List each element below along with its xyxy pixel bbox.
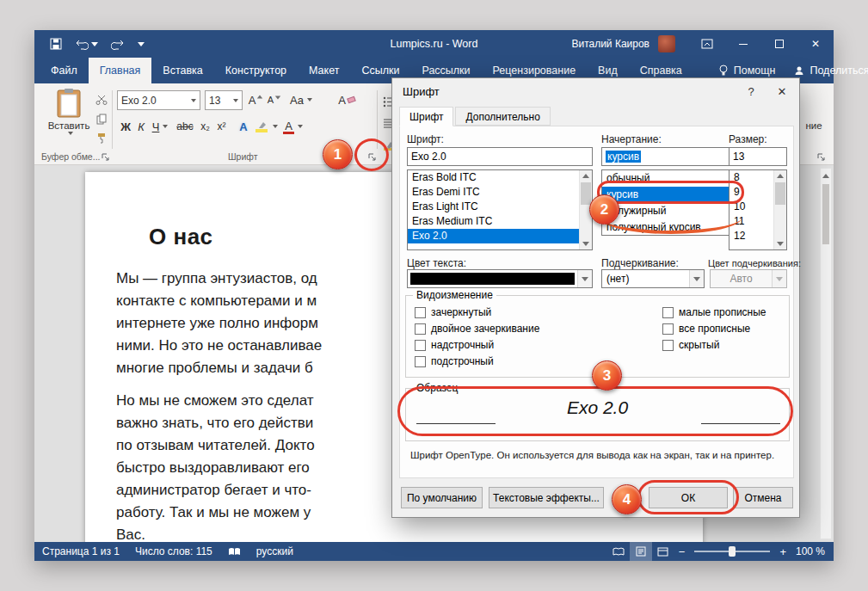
highlight-button[interactable] bbox=[255, 117, 278, 136]
dialog-close-button[interactable]: ✕ bbox=[766, 78, 797, 104]
document-scrollbar[interactable] bbox=[820, 168, 832, 539]
format-painter-button[interactable] bbox=[93, 128, 110, 147]
user-avatar[interactable] bbox=[658, 35, 675, 52]
font-list-item[interactable]: Eras Medium ITC bbox=[408, 214, 592, 229]
zoom-slider-thumb[interactable] bbox=[729, 546, 736, 557]
underline-style-dropdown[interactable]: (нет) bbox=[601, 269, 705, 288]
checkbox-superscript[interactable]: надстрочный bbox=[415, 339, 494, 351]
tab-layout[interactable]: Макет bbox=[298, 58, 350, 83]
font-size-combo[interactable]: 13 bbox=[205, 90, 243, 110]
qat-customize-icon[interactable] bbox=[138, 42, 145, 46]
ok-button[interactable]: ОК bbox=[649, 487, 728, 508]
font-list-item[interactable]: Eras Light ITC bbox=[408, 200, 592, 214]
underline-color-label: Цвет подчеркивания: bbox=[708, 258, 801, 268]
scissors-icon bbox=[95, 95, 108, 105]
copy-button[interactable] bbox=[93, 109, 110, 128]
dialog-tab-font[interactable]: Шрифт bbox=[399, 107, 453, 126]
superscript-button[interactable]: x² bbox=[214, 117, 229, 136]
font-color-dropdown[interactable] bbox=[407, 269, 593, 288]
dialog-tabs: Шрифт Дополнительно bbox=[399, 107, 552, 126]
clipboard-dialog-launcher[interactable] bbox=[100, 151, 110, 162]
style-input[interactable]: курсив bbox=[601, 147, 739, 166]
right-dialog-launcher[interactable] bbox=[816, 151, 826, 162]
style-list-item-selected[interactable]: курсив bbox=[602, 187, 738, 203]
text-effects-button[interactable]: А bbox=[236, 117, 251, 136]
font-list: Eras Bold ITC Eras Demi ITC Eras Light I… bbox=[407, 169, 593, 250]
redo-button[interactable] bbox=[111, 39, 125, 50]
size-input[interactable]: 13 bbox=[729, 147, 787, 166]
word-count[interactable]: Число слов: 115 bbox=[127, 542, 220, 561]
size-list: 8 9 10 11 12 bbox=[729, 169, 787, 250]
undo-button[interactable] bbox=[75, 39, 98, 50]
tab-design[interactable]: Конструктор bbox=[214, 58, 298, 83]
checkbox-icon bbox=[415, 340, 426, 351]
effects-legend: Видоизменение bbox=[413, 289, 496, 301]
font-dialog-launcher[interactable] bbox=[366, 151, 377, 162]
grow-font-button[interactable]: А bbox=[247, 90, 265, 109]
zoom-out-button[interactable]: − bbox=[674, 545, 690, 558]
scrollbar-thumb[interactable] bbox=[822, 184, 829, 244]
proofing-icon[interactable] bbox=[220, 542, 249, 561]
italic-button[interactable]: К bbox=[135, 117, 147, 136]
dialog-help-button[interactable]: ? bbox=[736, 78, 766, 104]
document-line[interactable]: Вас. bbox=[116, 524, 686, 542]
web-layout-icon[interactable] bbox=[652, 542, 674, 561]
page-indicator[interactable]: Страница 1 из 1 bbox=[34, 542, 127, 561]
dialog-tab-advanced[interactable]: Дополнительно bbox=[455, 107, 550, 126]
language-indicator[interactable]: русский bbox=[249, 542, 301, 561]
maximize-button[interactable] bbox=[761, 30, 797, 58]
default-button[interactable]: По умолчанию bbox=[401, 487, 483, 508]
tab-home[interactable]: Главная bbox=[89, 58, 152, 83]
save-icon[interactable] bbox=[50, 38, 62, 50]
checkbox-small-caps[interactable]: малые прописные bbox=[662, 306, 766, 318]
cancel-button[interactable]: Отмена bbox=[733, 487, 793, 508]
clear-formatting-button[interactable]: А bbox=[336, 90, 358, 109]
close-button[interactable]: ✕ bbox=[797, 30, 834, 58]
zoom-level[interactable]: 100 % bbox=[791, 545, 834, 557]
pre-line-right bbox=[701, 423, 780, 424]
bold-button[interactable]: Ж bbox=[119, 117, 132, 136]
minimize-button[interactable] bbox=[725, 30, 761, 58]
read-mode-icon[interactable] bbox=[607, 542, 630, 561]
paste-button[interactable]: Вставить bbox=[48, 88, 89, 148]
size-list-scrollbar[interactable] bbox=[773, 170, 786, 249]
cut-button[interactable] bbox=[93, 90, 110, 109]
dialog-tab-page: Шрифт: Начертание: Размер: Exo 2.0 курси… bbox=[399, 126, 794, 478]
zoom-in-button[interactable]: + bbox=[775, 545, 791, 558]
editing-group-sliver[interactable]: ние bbox=[801, 116, 827, 135]
user-name[interactable]: Виталий Каиров bbox=[571, 38, 649, 50]
checkbox-double-strikethrough[interactable]: двойное зачеркивание bbox=[415, 323, 539, 335]
text-effects-button-dialog[interactable]: Текстовые эффекты... bbox=[489, 487, 604, 508]
paintbrush-icon bbox=[96, 132, 107, 144]
eraser-icon bbox=[347, 96, 356, 104]
checkbox-subscript[interactable]: подстрочный bbox=[415, 355, 494, 367]
change-case-button[interactable]: Аа bbox=[288, 90, 314, 109]
zoom-slider[interactable] bbox=[694, 551, 770, 552]
tab-file[interactable]: Файл bbox=[40, 58, 89, 83]
style-list-item[interactable]: полужирный bbox=[602, 203, 738, 219]
font-list-item-selected[interactable]: Exo 2.0 bbox=[408, 229, 592, 243]
underline-button[interactable]: Ч bbox=[150, 117, 170, 136]
print-layout-icon[interactable] bbox=[630, 542, 652, 561]
tab-insert[interactable]: Вставка bbox=[151, 58, 213, 83]
style-list-item[interactable]: обычный bbox=[602, 170, 738, 187]
black-color-swatch bbox=[410, 273, 575, 285]
style-label: Начертание: bbox=[601, 133, 662, 145]
underline-color-dropdown[interactable]: Авто bbox=[710, 269, 787, 288]
checkbox-all-caps[interactable]: все прописные bbox=[662, 323, 750, 335]
style-list-item[interactable]: полужирный курсив bbox=[602, 219, 738, 236]
ribbon-display-options-icon[interactable] bbox=[689, 30, 725, 58]
chevron-down-icon bbox=[577, 270, 592, 287]
font-list-item[interactable]: Eras Bold ITC bbox=[408, 170, 592, 185]
font-input[interactable]: Exo 2.0 bbox=[407, 147, 593, 166]
font-label: Шрифт: bbox=[407, 133, 444, 145]
font-name-combo[interactable]: Exo 2.0 bbox=[117, 90, 200, 110]
checkbox-hidden[interactable]: скрытый bbox=[662, 339, 719, 351]
subscript-button[interactable]: x₂ bbox=[198, 117, 212, 136]
shrink-font-button[interactable]: А bbox=[266, 90, 283, 109]
font-color-button[interactable]: А bbox=[281, 117, 305, 136]
strikethrough-button[interactable]: abc bbox=[174, 117, 196, 136]
font-list-item[interactable]: Eras Demi ITC bbox=[408, 185, 592, 200]
undo-dropdown-icon[interactable] bbox=[91, 42, 98, 46]
checkbox-strikethrough[interactable]: зачеркнутый bbox=[415, 306, 491, 318]
